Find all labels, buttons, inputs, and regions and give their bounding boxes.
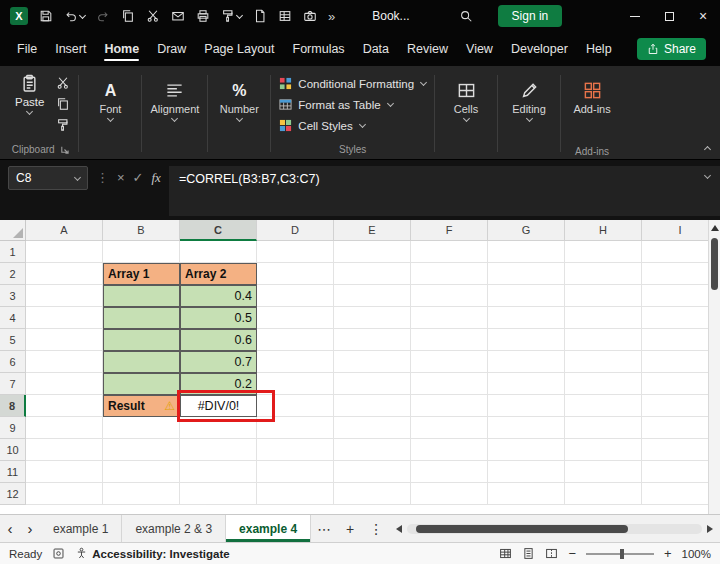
cell-D4[interactable] xyxy=(257,307,334,329)
menu-tab-help[interactable]: Help xyxy=(577,32,621,66)
row-header-6[interactable]: 6 xyxy=(0,351,26,373)
normal-view-icon[interactable] xyxy=(499,547,512,560)
cell-B8[interactable]: Result⚠ xyxy=(103,395,180,417)
cell-E1[interactable] xyxy=(334,241,411,263)
cell-H1[interactable] xyxy=(565,241,642,263)
cell-G5[interactable] xyxy=(488,329,565,351)
zoom-in-button[interactable]: + xyxy=(664,546,672,561)
zoom-slider-thumb[interactable] xyxy=(620,549,624,559)
alignment-group-button[interactable]: Alignment xyxy=(144,69,205,158)
cell-G3[interactable] xyxy=(488,285,565,307)
previous-sheet-arrow[interactable]: ‹ xyxy=(0,515,20,542)
cell-H7[interactable] xyxy=(565,373,642,395)
copy-button[interactable] xyxy=(121,9,135,23)
sheet-options-button[interactable]: ⋮ xyxy=(363,515,389,542)
cell-G2[interactable] xyxy=(488,263,565,285)
cell-D9[interactable] xyxy=(257,417,334,439)
cell-C7[interactable]: 0.2 xyxy=(180,373,257,395)
cell-A10[interactable] xyxy=(26,439,103,461)
cell-A8[interactable] xyxy=(26,395,103,417)
cell-D6[interactable] xyxy=(257,351,334,373)
share-button[interactable]: Share xyxy=(637,38,706,60)
cut-icon[interactable] xyxy=(56,76,70,90)
row-header-8[interactable]: 8 xyxy=(0,395,26,417)
cell-C9[interactable] xyxy=(180,417,257,439)
new-sheet-button[interactable]: + xyxy=(337,515,363,542)
cell-B12[interactable] xyxy=(103,483,180,505)
cell-H3[interactable] xyxy=(565,285,642,307)
save-button[interactable] xyxy=(39,9,53,23)
more-commands-button[interactable]: » xyxy=(328,9,335,24)
cell-E6[interactable] xyxy=(334,351,411,373)
menu-tab-insert[interactable]: Insert xyxy=(46,32,95,66)
cell-G12[interactable] xyxy=(488,483,565,505)
cell-B1[interactable] xyxy=(103,241,180,263)
cell-E2[interactable] xyxy=(334,263,411,285)
cell-H5[interactable] xyxy=(565,329,642,351)
zoom-out-button[interactable]: − xyxy=(568,546,576,561)
cell-E5[interactable] xyxy=(334,329,411,351)
cell-B2[interactable]: Array 1 xyxy=(103,263,180,285)
cell-B5[interactable] xyxy=(103,329,180,351)
cell-F10[interactable] xyxy=(411,439,488,461)
scroll-up-arrow[interactable] xyxy=(711,225,719,231)
cell-E12[interactable] xyxy=(334,483,411,505)
cell-A6[interactable] xyxy=(26,351,103,373)
search-icon[interactable] xyxy=(459,9,473,23)
cell-C5[interactable]: 0.6 xyxy=(180,329,257,351)
cell-D7[interactable] xyxy=(257,373,334,395)
cell-C6[interactable]: 0.7 xyxy=(180,351,257,373)
menu-tab-page-layout[interactable]: Page Layout xyxy=(195,32,283,66)
row-header-5[interactable]: 5 xyxy=(0,329,26,351)
cell-A3[interactable] xyxy=(26,285,103,307)
formula-bar-handle-icon[interactable]: ⋮ xyxy=(96,166,109,185)
row-header-4[interactable]: 4 xyxy=(0,307,26,329)
cell-H6[interactable] xyxy=(565,351,642,373)
redo-button[interactable] xyxy=(96,9,110,23)
cell-D3[interactable] xyxy=(257,285,334,307)
row-header-9[interactable]: 9 xyxy=(0,417,26,439)
cell-F4[interactable] xyxy=(411,307,488,329)
menu-tab-home[interactable]: Home xyxy=(95,32,148,66)
row-header-7[interactable]: 7 xyxy=(0,373,26,395)
cell-styles-button[interactable]: Cell Styles xyxy=(279,115,364,136)
cell-F11[interactable] xyxy=(411,461,488,483)
cell-B11[interactable] xyxy=(103,461,180,483)
page-layout-view-icon[interactable] xyxy=(522,547,535,560)
cell-D12[interactable] xyxy=(257,483,334,505)
cell-C10[interactable] xyxy=(180,439,257,461)
cell-C4[interactable]: 0.5 xyxy=(180,307,257,329)
row-header-1[interactable]: 1 xyxy=(0,241,26,263)
error-warning-icon[interactable]: ⚠ xyxy=(164,400,175,412)
scroll-left-arrow[interactable] xyxy=(396,525,402,533)
cell-D10[interactable] xyxy=(257,439,334,461)
cell-G10[interactable] xyxy=(488,439,565,461)
format-as-table-button[interactable]: Format as Table xyxy=(279,94,392,115)
format-painter-icon[interactable] xyxy=(56,118,70,132)
row-header-2[interactable]: 2 xyxy=(0,263,26,285)
cell-E8[interactable] xyxy=(334,395,411,417)
cell-E7[interactable] xyxy=(334,373,411,395)
copy-icon[interactable] xyxy=(56,97,70,111)
cell-C11[interactable] xyxy=(180,461,257,483)
collapse-ribbon-icon[interactable] xyxy=(704,146,711,153)
column-header-F[interactable]: F xyxy=(411,220,488,241)
cell-F6[interactable] xyxy=(411,351,488,373)
formula-input[interactable]: =CORREL(B3:B7,C3:C7) xyxy=(169,166,720,216)
format-painter-button[interactable] xyxy=(221,9,242,23)
row-header-11[interactable]: 11 xyxy=(0,461,26,483)
cell-A12[interactable] xyxy=(26,483,103,505)
cut-button[interactable] xyxy=(146,9,160,23)
column-header-B[interactable]: B xyxy=(103,220,180,241)
cell-G9[interactable] xyxy=(488,417,565,439)
cell-A9[interactable] xyxy=(26,417,103,439)
cell-A11[interactable] xyxy=(26,461,103,483)
next-sheet-arrow[interactable]: › xyxy=(20,515,40,542)
menu-tab-view[interactable]: View xyxy=(457,32,502,66)
zoom-slider[interactable] xyxy=(586,553,654,555)
name-box[interactable]: C8 xyxy=(8,166,88,190)
cell-G7[interactable] xyxy=(488,373,565,395)
zoom-level[interactable]: 100% xyxy=(682,548,711,560)
cell-D1[interactable] xyxy=(257,241,334,263)
horizontal-scroll-thumb[interactable] xyxy=(416,525,628,533)
